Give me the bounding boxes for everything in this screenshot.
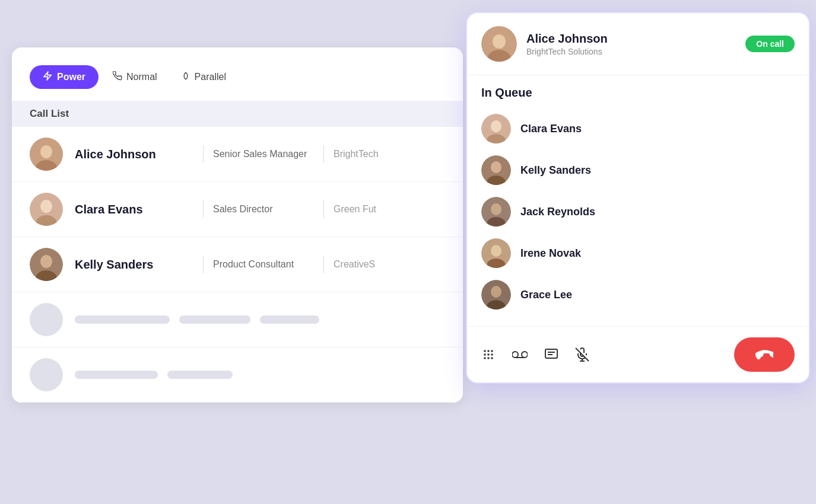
contact-company: Green Fut [334, 204, 376, 215]
queue-avatar [481, 155, 511, 185]
mode-tabs: Power Normal [12, 65, 463, 101]
svg-point-23 [491, 161, 501, 173]
hangup-button[interactable] [734, 337, 795, 372]
power-icon [43, 71, 52, 83]
table-row[interactable]: Kelly Sanders Product Consultant Creativ… [12, 237, 463, 292]
skeleton-lines [75, 371, 233, 379]
skeleton-avatar [30, 358, 63, 391]
queue-avatar [481, 238, 511, 268]
svg-point-20 [491, 120, 501, 132]
on-call-company: BrightTech Solutions [526, 47, 736, 56]
svg-line-6 [186, 78, 188, 79]
skeleton-line [179, 315, 250, 324]
svg-point-38 [487, 353, 490, 356]
queue-contact-name: Jack Reynolds [520, 206, 595, 218]
skeleton-line [75, 315, 170, 324]
svg-point-17 [493, 34, 506, 49]
svg-point-37 [484, 353, 486, 356]
call-list-header: Call List [12, 101, 463, 127]
contact-company: BrightTech [334, 149, 379, 160]
divider [323, 200, 324, 218]
contact-name: Clara Evans [75, 203, 188, 216]
tab-power-label: Power [57, 72, 85, 82]
svg-rect-46 [545, 349, 557, 358]
table-row[interactable]: Alice Johnson Senior Sales Manager Brigh… [12, 127, 463, 182]
svg-point-11 [40, 200, 52, 213]
call-list: Alice Johnson Senior Sales Manager Brigh… [12, 127, 463, 403]
tab-parallel[interactable]: Parallel [172, 65, 236, 89]
skeleton-line [260, 315, 319, 324]
on-call-avatar [481, 26, 517, 62]
mute-button[interactable] [575, 347, 589, 362]
in-queue-section: In Queue Clara Evans [467, 75, 809, 326]
queue-avatar [481, 197, 511, 227]
in-queue-title: In Queue [481, 86, 795, 100]
svg-point-26 [491, 203, 501, 215]
list-item[interactable]: Irene Novak [481, 232, 795, 274]
list-item[interactable]: Jack Reynolds [481, 191, 795, 232]
contact-company: CreativeS [334, 259, 375, 270]
call-queue-panel: Alice Johnson BrightTech Solutions On ca… [466, 12, 810, 384]
svg-point-43 [512, 352, 518, 358]
parallel-icon [181, 71, 190, 83]
on-call-name: Alice Johnson [526, 32, 736, 46]
svg-point-34 [484, 350, 486, 352]
svg-point-14 [40, 255, 52, 268]
avatar [30, 138, 63, 171]
queue-avatar [481, 114, 511, 143]
action-bar [467, 326, 809, 382]
contact-title: Product Consultant [213, 259, 314, 270]
svg-point-40 [484, 357, 486, 359]
svg-point-32 [491, 286, 501, 298]
list-item[interactable]: Clara Evans [481, 108, 795, 149]
contact-title: Senior Sales Manager [213, 149, 314, 160]
svg-line-2 [186, 72, 188, 74]
phone-icon [113, 71, 122, 83]
queue-contact-name: Clara Evans [520, 123, 582, 135]
divider [323, 256, 324, 273]
contact-name: Kelly Sanders [75, 258, 188, 272]
svg-point-42 [491, 357, 493, 359]
contact-title: Sales Director [213, 204, 314, 215]
svg-marker-0 [44, 72, 51, 79]
svg-point-41 [487, 357, 490, 359]
divider [323, 145, 324, 163]
avatar [30, 193, 63, 226]
tab-parallel-label: Parallel [195, 72, 226, 82]
skeleton-avatar [30, 303, 63, 336]
divider [203, 145, 204, 163]
queue-contact-name: Irene Novak [520, 247, 581, 260]
queue-avatar [481, 280, 511, 310]
on-call-info: Alice Johnson BrightTech Solutions [526, 32, 736, 56]
skeleton-line [75, 371, 158, 379]
queue-contact-name: Kelly Sanders [520, 164, 591, 177]
on-call-card: Alice Johnson BrightTech Solutions On ca… [467, 13, 809, 75]
table-row[interactable]: Clara Evans Sales Director Green Fut [12, 182, 463, 237]
dialpad-button[interactable] [481, 347, 496, 362]
tab-normal[interactable]: Normal [103, 65, 167, 89]
svg-point-36 [491, 350, 493, 352]
list-item[interactable]: Kelly Sanders [481, 149, 795, 191]
svg-point-44 [522, 352, 528, 358]
skeleton-row [12, 347, 463, 403]
avatar [30, 248, 63, 281]
voicemail-button[interactable] [512, 347, 528, 362]
list-item[interactable]: Grace Lee [481, 274, 795, 315]
skeleton-row [12, 292, 463, 347]
svg-point-8 [40, 145, 52, 158]
divider [203, 200, 204, 218]
tab-power[interactable]: Power [30, 65, 99, 89]
tab-normal-label: Normal [126, 72, 157, 82]
svg-point-29 [491, 245, 501, 257]
divider [203, 256, 204, 273]
queue-contact-name: Grace Lee [520, 289, 572, 301]
contact-name: Alice Johnson [75, 148, 188, 161]
svg-point-35 [487, 350, 490, 352]
call-list-panel: Power Normal [12, 47, 463, 403]
action-icons [481, 347, 589, 362]
svg-point-39 [491, 353, 493, 356]
skeleton-line [167, 371, 233, 379]
message-button[interactable] [544, 347, 558, 362]
skeleton-lines [75, 315, 319, 324]
on-call-badge: On call [745, 36, 795, 52]
